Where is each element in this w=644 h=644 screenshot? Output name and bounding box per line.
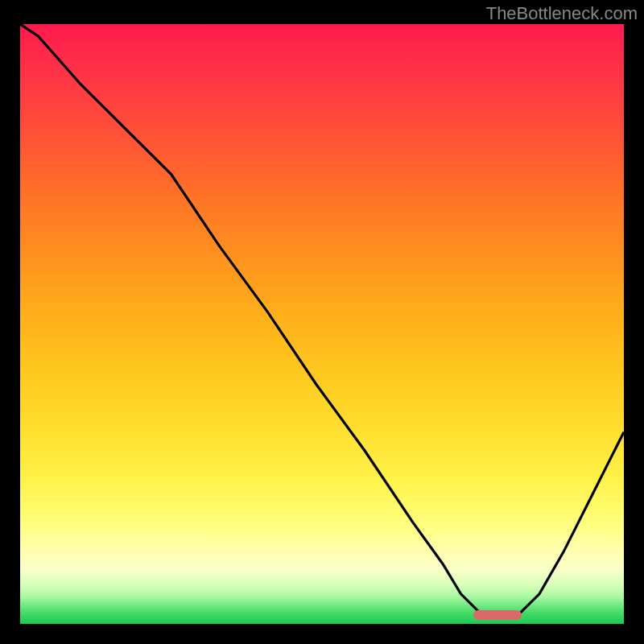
chart-marker-pill — [473, 610, 522, 620]
chart-curve-svg — [20, 24, 624, 624]
chart-curve-line — [20, 24, 624, 618]
watermark-text: TheBottleneck.com — [486, 3, 638, 24]
chart-plot-area — [20, 24, 624, 624]
